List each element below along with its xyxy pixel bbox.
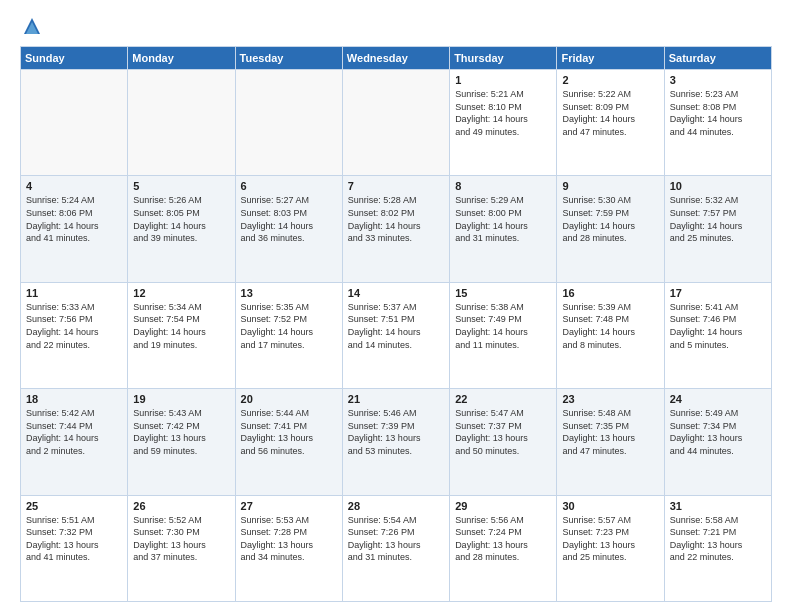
calendar-cell: 25Sunrise: 5:51 AMSunset: 7:32 PMDayligh… (21, 495, 128, 601)
day-number: 5 (133, 180, 229, 192)
calendar-cell: 4Sunrise: 5:24 AMSunset: 8:06 PMDaylight… (21, 176, 128, 282)
day-number: 15 (455, 287, 551, 299)
day-number: 1 (455, 74, 551, 86)
day-number: 21 (348, 393, 444, 405)
calendar-cell: 24Sunrise: 5:49 AMSunset: 7:34 PMDayligh… (664, 389, 771, 495)
cell-info: Sunrise: 5:32 AMSunset: 7:57 PMDaylight:… (670, 194, 766, 244)
calendar-week-1: 1Sunrise: 5:21 AMSunset: 8:10 PMDaylight… (21, 70, 772, 176)
cell-info: Sunrise: 5:28 AMSunset: 8:02 PMDaylight:… (348, 194, 444, 244)
day-number: 6 (241, 180, 337, 192)
cell-info: Sunrise: 5:22 AMSunset: 8:09 PMDaylight:… (562, 88, 658, 138)
calendar-table: SundayMondayTuesdayWednesdayThursdayFrid… (20, 46, 772, 602)
day-number: 20 (241, 393, 337, 405)
calendar-cell: 18Sunrise: 5:42 AMSunset: 7:44 PMDayligh… (21, 389, 128, 495)
calendar-cell: 19Sunrise: 5:43 AMSunset: 7:42 PMDayligh… (128, 389, 235, 495)
calendar-cell: 23Sunrise: 5:48 AMSunset: 7:35 PMDayligh… (557, 389, 664, 495)
calendar-week-5: 25Sunrise: 5:51 AMSunset: 7:32 PMDayligh… (21, 495, 772, 601)
day-number: 8 (455, 180, 551, 192)
day-number: 29 (455, 500, 551, 512)
calendar-cell: 15Sunrise: 5:38 AMSunset: 7:49 PMDayligh… (450, 282, 557, 388)
day-number: 28 (348, 500, 444, 512)
calendar-cell: 3Sunrise: 5:23 AMSunset: 8:08 PMDaylight… (664, 70, 771, 176)
calendar-cell: 28Sunrise: 5:54 AMSunset: 7:26 PMDayligh… (342, 495, 449, 601)
page: SundayMondayTuesdayWednesdayThursdayFrid… (0, 0, 792, 612)
day-number: 25 (26, 500, 122, 512)
cell-info: Sunrise: 5:30 AMSunset: 7:59 PMDaylight:… (562, 194, 658, 244)
calendar-cell: 22Sunrise: 5:47 AMSunset: 7:37 PMDayligh… (450, 389, 557, 495)
cell-info: Sunrise: 5:54 AMSunset: 7:26 PMDaylight:… (348, 514, 444, 564)
calendar-cell: 1Sunrise: 5:21 AMSunset: 8:10 PMDaylight… (450, 70, 557, 176)
logo-icon (22, 16, 42, 36)
weekday-header-wednesday: Wednesday (342, 47, 449, 70)
calendar-cell: 7Sunrise: 5:28 AMSunset: 8:02 PMDaylight… (342, 176, 449, 282)
logo (20, 16, 42, 36)
cell-info: Sunrise: 5:41 AMSunset: 7:46 PMDaylight:… (670, 301, 766, 351)
cell-info: Sunrise: 5:53 AMSunset: 7:28 PMDaylight:… (241, 514, 337, 564)
cell-info: Sunrise: 5:57 AMSunset: 7:23 PMDaylight:… (562, 514, 658, 564)
weekday-header-monday: Monday (128, 47, 235, 70)
calendar-cell: 5Sunrise: 5:26 AMSunset: 8:05 PMDaylight… (128, 176, 235, 282)
weekday-header-thursday: Thursday (450, 47, 557, 70)
cell-info: Sunrise: 5:56 AMSunset: 7:24 PMDaylight:… (455, 514, 551, 564)
weekday-header-saturday: Saturday (664, 47, 771, 70)
day-number: 19 (133, 393, 229, 405)
day-number: 22 (455, 393, 551, 405)
day-number: 4 (26, 180, 122, 192)
calendar-cell (235, 70, 342, 176)
day-number: 16 (562, 287, 658, 299)
cell-info: Sunrise: 5:23 AMSunset: 8:08 PMDaylight:… (670, 88, 766, 138)
calendar-cell: 10Sunrise: 5:32 AMSunset: 7:57 PMDayligh… (664, 176, 771, 282)
day-number: 10 (670, 180, 766, 192)
weekday-header-sunday: Sunday (21, 47, 128, 70)
header (20, 16, 772, 36)
header-row: SundayMondayTuesdayWednesdayThursdayFrid… (21, 47, 772, 70)
day-number: 18 (26, 393, 122, 405)
cell-info: Sunrise: 5:34 AMSunset: 7:54 PMDaylight:… (133, 301, 229, 351)
calendar-cell (342, 70, 449, 176)
calendar-cell: 17Sunrise: 5:41 AMSunset: 7:46 PMDayligh… (664, 282, 771, 388)
calendar-cell: 13Sunrise: 5:35 AMSunset: 7:52 PMDayligh… (235, 282, 342, 388)
cell-info: Sunrise: 5:43 AMSunset: 7:42 PMDaylight:… (133, 407, 229, 457)
calendar-body: 1Sunrise: 5:21 AMSunset: 8:10 PMDaylight… (21, 70, 772, 602)
calendar-cell: 16Sunrise: 5:39 AMSunset: 7:48 PMDayligh… (557, 282, 664, 388)
cell-info: Sunrise: 5:47 AMSunset: 7:37 PMDaylight:… (455, 407, 551, 457)
weekday-header-tuesday: Tuesday (235, 47, 342, 70)
day-number: 17 (670, 287, 766, 299)
cell-info: Sunrise: 5:38 AMSunset: 7:49 PMDaylight:… (455, 301, 551, 351)
calendar-cell: 20Sunrise: 5:44 AMSunset: 7:41 PMDayligh… (235, 389, 342, 495)
day-number: 2 (562, 74, 658, 86)
cell-info: Sunrise: 5:49 AMSunset: 7:34 PMDaylight:… (670, 407, 766, 457)
calendar-cell: 14Sunrise: 5:37 AMSunset: 7:51 PMDayligh… (342, 282, 449, 388)
cell-info: Sunrise: 5:27 AMSunset: 8:03 PMDaylight:… (241, 194, 337, 244)
cell-info: Sunrise: 5:42 AMSunset: 7:44 PMDaylight:… (26, 407, 122, 457)
calendar: SundayMondayTuesdayWednesdayThursdayFrid… (20, 46, 772, 602)
calendar-week-4: 18Sunrise: 5:42 AMSunset: 7:44 PMDayligh… (21, 389, 772, 495)
calendar-cell: 26Sunrise: 5:52 AMSunset: 7:30 PMDayligh… (128, 495, 235, 601)
day-number: 11 (26, 287, 122, 299)
cell-info: Sunrise: 5:58 AMSunset: 7:21 PMDaylight:… (670, 514, 766, 564)
cell-info: Sunrise: 5:37 AMSunset: 7:51 PMDaylight:… (348, 301, 444, 351)
cell-info: Sunrise: 5:33 AMSunset: 7:56 PMDaylight:… (26, 301, 122, 351)
calendar-cell: 21Sunrise: 5:46 AMSunset: 7:39 PMDayligh… (342, 389, 449, 495)
calendar-cell: 27Sunrise: 5:53 AMSunset: 7:28 PMDayligh… (235, 495, 342, 601)
calendar-header: SundayMondayTuesdayWednesdayThursdayFrid… (21, 47, 772, 70)
day-number: 26 (133, 500, 229, 512)
cell-info: Sunrise: 5:51 AMSunset: 7:32 PMDaylight:… (26, 514, 122, 564)
calendar-cell: 6Sunrise: 5:27 AMSunset: 8:03 PMDaylight… (235, 176, 342, 282)
calendar-cell: 8Sunrise: 5:29 AMSunset: 8:00 PMDaylight… (450, 176, 557, 282)
cell-info: Sunrise: 5:44 AMSunset: 7:41 PMDaylight:… (241, 407, 337, 457)
cell-info: Sunrise: 5:48 AMSunset: 7:35 PMDaylight:… (562, 407, 658, 457)
cell-info: Sunrise: 5:39 AMSunset: 7:48 PMDaylight:… (562, 301, 658, 351)
day-number: 23 (562, 393, 658, 405)
calendar-cell: 31Sunrise: 5:58 AMSunset: 7:21 PMDayligh… (664, 495, 771, 601)
day-number: 31 (670, 500, 766, 512)
day-number: 14 (348, 287, 444, 299)
day-number: 9 (562, 180, 658, 192)
cell-info: Sunrise: 5:46 AMSunset: 7:39 PMDaylight:… (348, 407, 444, 457)
day-number: 27 (241, 500, 337, 512)
cell-info: Sunrise: 5:26 AMSunset: 8:05 PMDaylight:… (133, 194, 229, 244)
weekday-header-friday: Friday (557, 47, 664, 70)
calendar-cell (21, 70, 128, 176)
calendar-cell: 9Sunrise: 5:30 AMSunset: 7:59 PMDaylight… (557, 176, 664, 282)
cell-info: Sunrise: 5:24 AMSunset: 8:06 PMDaylight:… (26, 194, 122, 244)
